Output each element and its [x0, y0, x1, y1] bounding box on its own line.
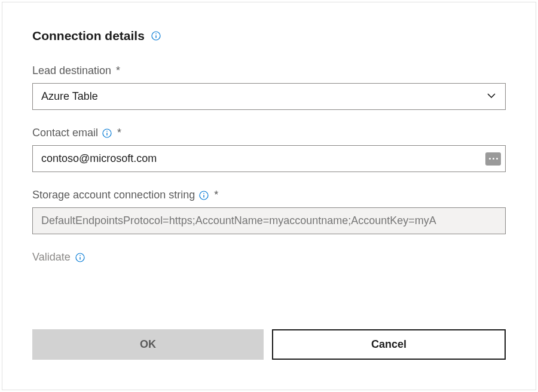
svg-point-2	[155, 33, 157, 35]
lead-destination-select-wrapper: Azure Table	[32, 83, 506, 110]
lead-destination-label: Lead destination *	[32, 65, 506, 77]
connection-string-input[interactable]	[32, 207, 506, 234]
info-icon[interactable]	[198, 190, 209, 201]
label-text: Contact email	[32, 127, 98, 139]
svg-point-11	[80, 255, 81, 256]
more-options-button[interactable]	[485, 152, 501, 166]
contact-email-wrapper	[32, 145, 506, 172]
required-indicator: *	[117, 127, 121, 139]
info-icon[interactable]	[102, 128, 112, 139]
svg-point-5	[106, 130, 108, 131]
connection-string-label: Storage account connection string *	[32, 189, 506, 201]
label-text: Lead destination	[32, 65, 111, 77]
required-indicator: *	[116, 65, 120, 77]
ellipsis-icon	[493, 158, 494, 160]
label-text: Storage account connection string	[32, 189, 195, 201]
section-title: Connection details	[32, 29, 506, 43]
connection-details-panel: Connection details Lead destination * Az…	[2, 2, 536, 390]
lead-destination-field: Lead destination * Azure Table	[32, 65, 506, 110]
ellipsis-icon	[489, 158, 491, 160]
required-indicator: *	[214, 189, 218, 201]
action-button-row: OK Cancel	[32, 329, 506, 360]
connection-string-field: Storage account connection string *	[32, 189, 506, 234]
info-icon[interactable]	[151, 30, 161, 41]
lead-destination-select[interactable]: Azure Table	[32, 83, 506, 110]
section-title-text: Connection details	[32, 29, 145, 43]
info-icon[interactable]	[75, 252, 85, 263]
contact-email-label: Contact email *	[32, 127, 506, 139]
validate-label: Validate	[32, 251, 71, 264]
validate-link[interactable]: Validate	[32, 251, 506, 264]
svg-point-8	[203, 192, 204, 194]
contact-email-field: Contact email *	[32, 127, 506, 172]
ok-button[interactable]: OK	[32, 329, 264, 360]
ellipsis-icon	[496, 158, 498, 160]
contact-email-input[interactable]	[32, 145, 506, 172]
cancel-button[interactable]: Cancel	[272, 329, 506, 360]
